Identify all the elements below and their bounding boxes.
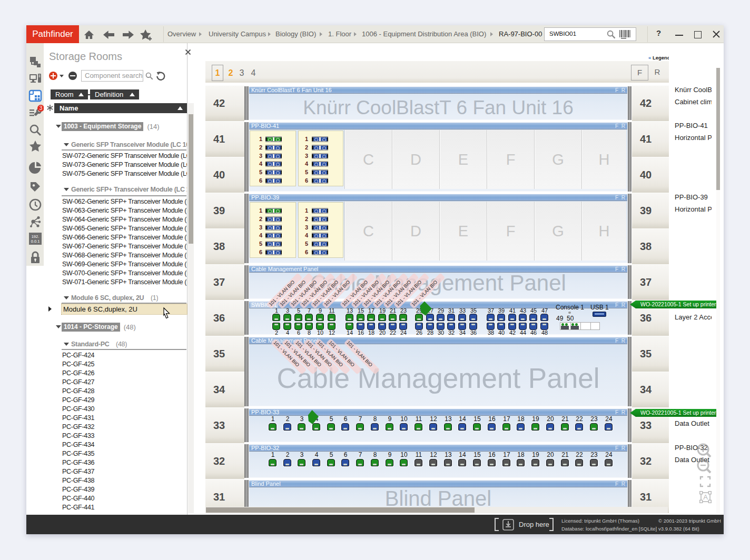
svg-text:A: A [703, 493, 708, 501]
